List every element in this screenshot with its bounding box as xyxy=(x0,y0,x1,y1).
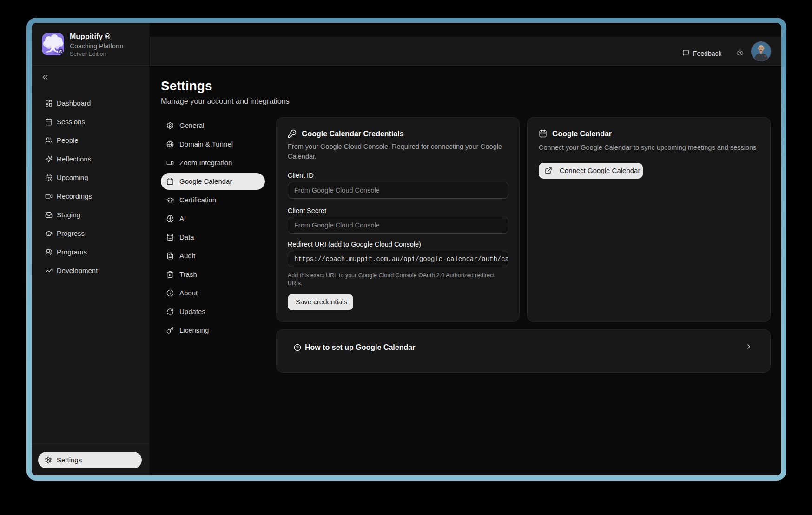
svg-text:S: S xyxy=(59,49,62,54)
